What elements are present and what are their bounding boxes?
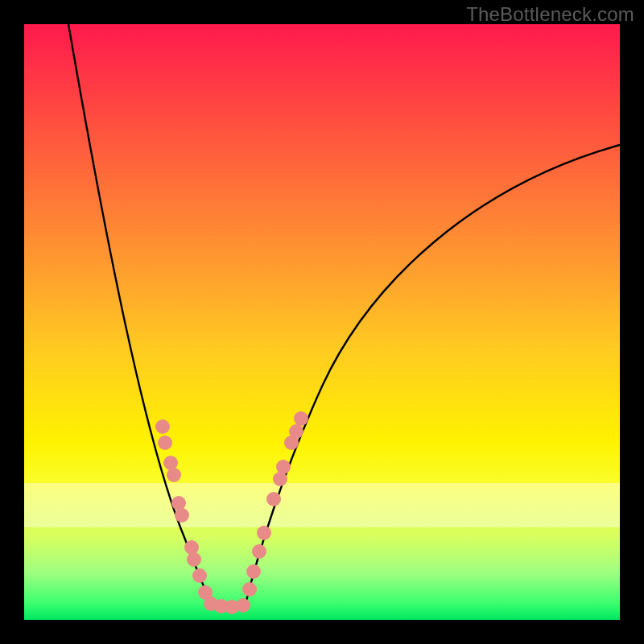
plot-area (24, 24, 620, 620)
marker-dot (242, 582, 257, 597)
marker-dot (155, 419, 170, 434)
marker-dot (246, 564, 261, 579)
marker-dot (289, 424, 303, 439)
marker-dot (276, 460, 291, 474)
marker-group (155, 411, 308, 614)
marker-dot (257, 526, 271, 540)
marker-dot (192, 568, 207, 583)
right-curve (246, 145, 620, 604)
left-curve (68, 24, 211, 604)
marker-dot (266, 492, 281, 506)
marker-dot (167, 468, 181, 482)
marker-dot (294, 411, 308, 426)
chart-svg (24, 24, 620, 620)
marker-dot (187, 552, 201, 567)
marker-dot (252, 544, 266, 559)
marker-dot (184, 540, 199, 555)
watermark-text: TheBottleneck.com (466, 3, 634, 26)
marker-dot (175, 508, 189, 522)
marker-dot (158, 436, 172, 450)
chart-stage: TheBottleneck.com (0, 0, 644, 644)
marker-dot (236, 598, 250, 613)
